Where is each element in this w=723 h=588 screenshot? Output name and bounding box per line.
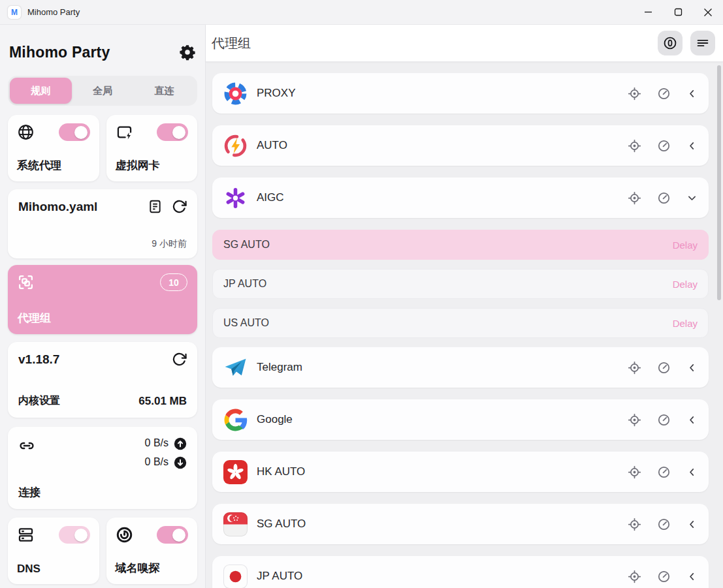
node-name: US AUTO xyxy=(223,317,269,329)
group-actions xyxy=(628,413,698,427)
profile-updated-time: 9 小时前 xyxy=(18,238,187,250)
app-logo-icon: M xyxy=(8,6,21,19)
download-arrow-icon xyxy=(174,456,187,469)
telegram-icon xyxy=(223,356,248,380)
virtual-nic-icon xyxy=(116,123,133,141)
locate-node-icon[interactable] xyxy=(628,413,641,427)
proxy-node-row[interactable]: JP AUTODelay xyxy=(212,269,709,299)
core-settings-card[interactable]: v1.18.7 内核设置 65.01 MB xyxy=(8,342,197,418)
proxy-group-row[interactable]: AIGC xyxy=(212,178,709,218)
locate-node-icon[interactable] xyxy=(628,518,641,531)
node-delay: Delay xyxy=(673,240,698,251)
delay-test-icon[interactable] xyxy=(657,570,671,583)
group-name: Telegram xyxy=(257,361,302,374)
jp-flag-icon xyxy=(223,565,248,588)
minimize-icon xyxy=(644,8,652,16)
group-name: AUTO xyxy=(257,139,287,152)
titlebar: M Mihomo Party xyxy=(0,0,723,25)
proxy-group-row[interactable]: Google xyxy=(212,399,709,440)
sort-lines-icon xyxy=(696,36,710,50)
group-actions xyxy=(628,570,698,583)
proxy-group-row[interactable]: AUTO xyxy=(212,125,709,166)
proxy-group-list: PROXYAUTOAIGCSG AUTODelayJP AUTODelayUS … xyxy=(206,62,723,588)
sort-groups-button[interactable] xyxy=(690,31,715,55)
scrollbar-thumb[interactable] xyxy=(717,65,721,300)
locate-node-icon[interactable] xyxy=(628,139,641,153)
hide-delay-button[interactable] xyxy=(658,31,683,55)
globe-icon xyxy=(17,123,35,141)
close-icon xyxy=(703,8,713,17)
locate-node-icon[interactable] xyxy=(628,570,641,583)
hk-flag-icon xyxy=(223,460,248,484)
upload-arrow-icon xyxy=(174,437,187,450)
delay-test-icon[interactable] xyxy=(657,413,671,427)
locate-node-icon[interactable] xyxy=(628,361,641,375)
sniffer-icon xyxy=(116,526,133,544)
profile-document-icon[interactable] xyxy=(148,199,163,214)
group-name: SG AUTO xyxy=(257,518,306,531)
download-speed: 0 B/s xyxy=(145,456,169,468)
main-panel: 代理组 PROXYAUTOAIGCSG AUTODelayJP AUTODela… xyxy=(206,25,723,588)
group-actions xyxy=(628,87,698,101)
zero-circle-icon xyxy=(663,36,677,50)
group-actions xyxy=(628,191,698,205)
chevron-left-icon[interactable] xyxy=(686,140,698,151)
dns-toggle[interactable] xyxy=(59,526,90,544)
locate-node-icon[interactable] xyxy=(628,87,641,101)
system-proxy-card[interactable]: 系统代理 xyxy=(8,115,99,181)
window-controls xyxy=(633,0,723,24)
profile-refresh-icon[interactable] xyxy=(172,199,187,214)
window-title: Mihomo Party xyxy=(27,7,80,17)
chevron-down-icon[interactable] xyxy=(686,193,698,204)
dns-server-icon xyxy=(17,526,35,544)
connections-label: 连接 xyxy=(18,485,187,500)
minimize-button[interactable] xyxy=(633,0,663,24)
tun-card[interactable]: 虚拟网卡 xyxy=(106,115,198,181)
core-restart-icon[interactable] xyxy=(172,352,187,367)
system-proxy-toggle[interactable] xyxy=(59,123,90,141)
delay-test-icon[interactable] xyxy=(657,465,671,479)
connections-card[interactable]: 0 B/s 0 B/s 连接 xyxy=(8,427,197,509)
tab-global[interactable]: 全局 xyxy=(72,78,134,104)
page-title: 代理组 xyxy=(212,35,251,52)
proxy-group-row[interactable]: JP AUTO xyxy=(212,556,709,588)
link-icon xyxy=(18,437,35,454)
proxy-group-row[interactable]: PROXY xyxy=(212,73,709,114)
dns-card[interactable]: DNS xyxy=(8,518,99,584)
sniffer-toggle[interactable] xyxy=(157,526,188,544)
delay-test-icon[interactable] xyxy=(657,518,671,531)
chevron-left-icon[interactable] xyxy=(686,519,698,530)
proxy-group-row[interactable]: SG AUTO xyxy=(212,504,709,544)
delay-test-icon[interactable] xyxy=(657,361,671,375)
tun-toggle[interactable] xyxy=(157,123,188,141)
tab-direct[interactable]: 直连 xyxy=(133,78,195,104)
dns-label: DNS xyxy=(17,563,90,576)
node-delay: Delay xyxy=(673,318,698,329)
chevron-left-icon[interactable] xyxy=(686,571,698,582)
proxy-logo-icon xyxy=(223,82,248,106)
proxy-group-row[interactable]: HK AUTO xyxy=(212,452,709,492)
google-icon xyxy=(223,408,248,432)
tab-rule[interactable]: 规则 xyxy=(10,78,72,104)
chevron-left-icon[interactable] xyxy=(686,414,698,426)
close-button[interactable] xyxy=(693,0,723,24)
chevron-left-icon[interactable] xyxy=(686,467,698,478)
chevron-left-icon[interactable] xyxy=(686,88,698,99)
proxy-group-row[interactable]: Telegram xyxy=(212,347,709,388)
delay-test-icon[interactable] xyxy=(657,191,671,205)
chevron-left-icon[interactable] xyxy=(686,362,698,373)
group-name: PROXY xyxy=(257,87,296,100)
sniffer-card[interactable]: 域名嗅探 xyxy=(106,518,198,584)
delay-test-icon[interactable] xyxy=(657,139,671,153)
profile-card[interactable]: Mihomo.yaml 9 小时前 xyxy=(8,189,197,258)
system-proxy-label: 系统代理 xyxy=(17,158,90,173)
maximize-button[interactable] xyxy=(663,0,693,24)
sidebar-item-proxy-groups[interactable]: 10 代理组 xyxy=(8,265,197,334)
proxy-node-row[interactable]: SG AUTODelay xyxy=(212,230,709,260)
proxy-node-row[interactable]: US AUTODelay xyxy=(212,308,709,338)
delay-test-icon[interactable] xyxy=(657,87,671,101)
upload-speed: 0 B/s xyxy=(145,437,169,449)
locate-node-icon[interactable] xyxy=(628,465,641,479)
locate-node-icon[interactable] xyxy=(628,191,641,205)
settings-gear-icon[interactable] xyxy=(179,44,196,61)
